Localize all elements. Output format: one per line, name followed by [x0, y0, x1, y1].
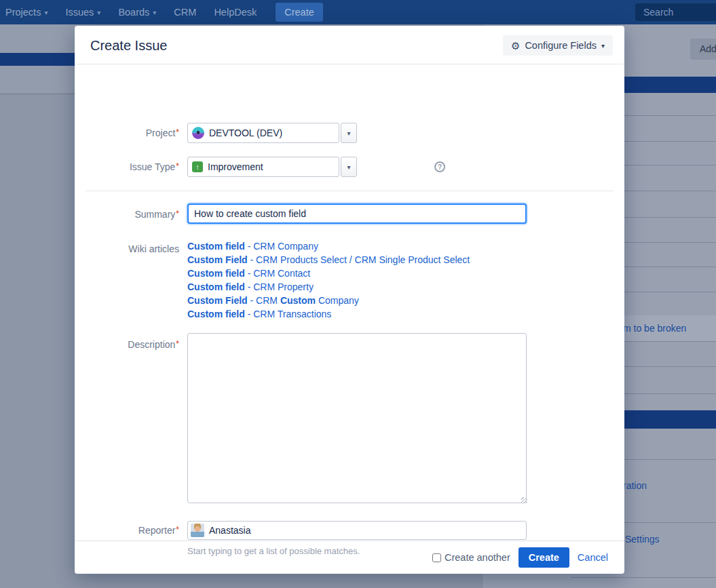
- chevron-down-icon: ▾: [97, 9, 100, 16]
- add-gadget-button[interactable]: Add g: [690, 39, 716, 60]
- project-select-value: DEVTOOL (DEV): [209, 128, 282, 138]
- page-root: Add g m to be broken ration Settings Pro…: [0, 0, 716, 588]
- section-divider: [86, 191, 614, 191]
- nav-create-button[interactable]: Create: [276, 3, 323, 22]
- project-select-dropdown-button[interactable]: ▾: [341, 123, 357, 143]
- nav-item-crm[interactable]: CRM: [174, 7, 196, 18]
- nav-item-helpdesk[interactable]: HelpDesk: [214, 7, 257, 18]
- wiki-link-text: - CRM Contact: [245, 268, 310, 279]
- wiki-article-link[interactable]: Custom field - CRM Company: [187, 239, 470, 253]
- project-label: Project*: [75, 128, 179, 138]
- wiki-link-bold-text: Custom Field: [187, 295, 248, 306]
- required-indicator: *: [176, 525, 179, 534]
- wiki-link-text: - CRM: [248, 295, 280, 306]
- nav-item-label: Boards: [118, 7, 149, 18]
- nav-item-issues[interactable]: Issues▾: [65, 7, 100, 18]
- wiki-article-link[interactable]: Custom Field - CRM Products Select / CRM…: [187, 253, 470, 267]
- wiki-link-bold-text: Custom Field: [187, 254, 248, 265]
- textarea-resize-handle[interactable]: [521, 497, 527, 503]
- issue-type-select[interactable]: ↑ Improvement: [187, 157, 339, 177]
- chevron-down-icon: ▾: [347, 130, 350, 137]
- wiki-article-link[interactable]: Custom Field - CRM Custom Company: [187, 294, 470, 307]
- wiki-link-bold-text: Custom: [280, 295, 316, 306]
- cancel-link[interactable]: Cancel: [578, 552, 608, 563]
- summary-input[interactable]: [187, 203, 527, 224]
- nav-item-label: Projects: [5, 7, 41, 18]
- required-indicator: *: [176, 161, 179, 171]
- chevron-down-icon: ▾: [153, 9, 156, 16]
- wiki-link-text: - CRM Property: [245, 281, 314, 292]
- project-select[interactable]: DEVTOOL (DEV): [187, 123, 339, 143]
- dialog-header: Create Issue ⚙ Configure Fields ▾: [75, 26, 624, 64]
- wiki-article-link[interactable]: Custom field - CRM Transactions: [187, 307, 470, 321]
- gear-icon: ⚙: [511, 41, 520, 51]
- wiki-link-text: - CRM Products Select / CRM Single Produ…: [248, 254, 470, 265]
- chevron-down-icon: ▾: [601, 42, 605, 50]
- summary-label: Summary*: [75, 209, 179, 220]
- required-indicator: *: [176, 128, 179, 137]
- issue-type-select-value: Improvement: [208, 161, 263, 172]
- background-issue-link[interactable]: m to be broken: [623, 323, 686, 334]
- required-indicator: *: [176, 209, 179, 218]
- improvement-type-icon: ↑: [192, 161, 203, 172]
- create-another-label: Create another: [445, 552, 510, 563]
- nav-item-label: Issues: [65, 7, 94, 18]
- wiki-link-text: - CRM Company: [245, 241, 318, 252]
- project-avatar-icon: [192, 127, 204, 139]
- chevron-down-icon: ▾: [347, 163, 350, 171]
- nav-item-label: CRM: [174, 7, 196, 18]
- nav-item-projects[interactable]: Projects▾: [5, 7, 48, 18]
- chevron-down-icon: ▾: [44, 9, 48, 16]
- issue-type-select-dropdown-button[interactable]: ▾: [341, 157, 357, 177]
- reporter-input[interactable]: Anastasia: [187, 521, 527, 540]
- background-settings-link[interactable]: Settings: [625, 534, 660, 545]
- configure-fields-label: Configure Fields: [525, 40, 597, 51]
- wiki-link-bold-text: Custom field: [187, 241, 245, 252]
- dialog-footer: Create another Create Cancel: [75, 541, 624, 574]
- reporter-value: Anastasia: [209, 525, 250, 536]
- help-icon[interactable]: ?: [434, 161, 445, 172]
- reporter-avatar: [191, 524, 204, 537]
- create-issue-dialog: Create Issue ⚙ Configure Fields ▾ Projec…: [75, 26, 624, 574]
- nav-search-input[interactable]: [635, 3, 716, 22]
- background-divider: [571, 577, 716, 578]
- issue-type-label: Issue Type*: [75, 161, 179, 172]
- wiki-link-text: Company: [316, 295, 359, 306]
- nav-item-label: HelpDesk: [214, 7, 257, 18]
- description-textarea[interactable]: [187, 333, 527, 503]
- wiki-articles-label: Wiki articles: [75, 243, 179, 254]
- wiki-article-link[interactable]: Custom field - CRM Property: [187, 280, 470, 294]
- create-button[interactable]: Create: [519, 547, 569, 568]
- description-label: Description*: [75, 339, 179, 350]
- wiki-link-text: - CRM Transactions: [245, 309, 332, 319]
- nav-menu: Projects▾Issues▾Boards▾CRMHelpDesk: [0, 7, 257, 18]
- background-configuration-link[interactable]: ration: [623, 480, 647, 491]
- wiki-link-bold-text: Custom field: [187, 309, 245, 319]
- dialog-title: Create Issue: [90, 38, 167, 54]
- nav-item-boards[interactable]: Boards▾: [118, 7, 156, 18]
- top-nav: Projects▾Issues▾Boards▾CRMHelpDesk Creat…: [0, 0, 716, 24]
- wiki-articles-list: Custom field - CRM CompanyCustom Field -…: [187, 239, 470, 321]
- create-another-checkbox[interactable]: [432, 553, 441, 562]
- reporter-label: Reporter*: [75, 525, 179, 536]
- required-indicator: *: [176, 339, 179, 349]
- create-another-option: Create another: [432, 552, 510, 563]
- wiki-article-link[interactable]: Custom field - CRM Contact: [187, 267, 470, 280]
- dialog-body: Project* DEVTOOL (DEV) ▾ Issue Type* ↑ I…: [75, 64, 624, 541]
- wiki-link-bold-text: Custom field: [187, 281, 245, 292]
- configure-fields-button[interactable]: ⚙ Configure Fields ▾: [503, 35, 613, 56]
- wiki-link-bold-text: Custom field: [187, 268, 245, 279]
